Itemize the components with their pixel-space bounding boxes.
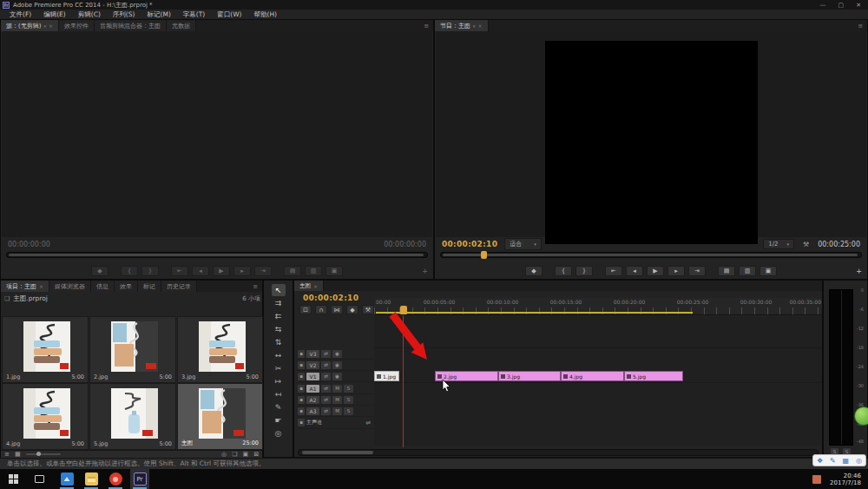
clip-2jpg[interactable]: 2.jpg [435,371,498,381]
taskbar-app-browser[interactable] [106,469,125,489]
mute-button[interactable]: M [332,385,342,393]
taskbar-app-premiere[interactable]: Pr [130,469,149,489]
program-playhead[interactable] [481,251,487,259]
mark-in-button[interactable]: { [121,266,138,276]
sync-lock-icon[interactable]: ⇄ [321,407,331,415]
project-item-2[interactable]: 2.jpg5:00 [89,316,176,383]
tool-track-select-forward[interactable]: ⇉ [272,297,286,309]
find-button[interactable]: ◎ [221,451,227,458]
list-view-button[interactable]: ≡ [4,451,10,458]
sync-lock-icon[interactable]: ⇄ [321,373,331,380]
tab-effects[interactable]: 效果 [115,281,138,292]
zoom-level-select[interactable]: 1/2 ▾ [763,239,794,249]
tab-markers[interactable]: 标记 [138,281,161,292]
chevron-down-icon[interactable]: ▾ [43,23,46,29]
overwrite-button[interactable]: ▥ [305,266,322,276]
ime-icon-2[interactable]: ✎ [830,457,836,465]
taskbar-app-photos[interactable] [57,469,76,489]
tab-media-browser[interactable]: 媒体浏览器 [49,281,91,292]
tab-project[interactable]: 项目：主图 × [1,281,49,292]
sync-lock-icon[interactable]: ⇄ [321,385,331,393]
eye-icon[interactable]: ◉ [332,350,342,358]
menu-edit[interactable]: 编辑(E) [37,10,72,19]
lock-icon[interactable]: ▪ [298,407,305,415]
export-frame-button[interactable]: ▣ [760,266,777,276]
tool-slide[interactable]: ↤ [272,388,286,400]
tab-history[interactable]: 历史记录 [161,281,197,292]
close-icon[interactable]: × [39,283,43,289]
sync-lock-icon[interactable]: ⇄ [321,361,331,369]
source-scrub-bar[interactable] [6,252,428,258]
panel-menu-icon[interactable]: ≡ [248,281,262,292]
track-name-a1[interactable]: A1 [306,385,319,393]
go-to-out-button[interactable]: ⇥ [254,266,272,276]
mute-button[interactable]: M [332,396,342,404]
tab-effect-controls[interactable]: 效果控件 [59,20,95,31]
ime-icon-4[interactable]: ◎ [856,457,862,465]
tool-pen[interactable]: ✎ [272,401,286,413]
lock-icon[interactable]: ▪ [298,350,305,358]
sync-lock-icon[interactable]: ⇄ [321,396,331,404]
button-editor-plus[interactable]: + [856,268,862,275]
mark-in-button[interactable]: { [555,266,572,276]
tool-track-select-backward[interactable]: ⇇ [272,310,286,322]
menu-window[interactable]: 窗口(W) [211,10,247,19]
solo-button[interactable]: S [344,385,353,393]
tab-program[interactable]: 节目：主图 ▾ × [435,20,489,31]
ime-icon-1[interactable]: ❖ [817,457,823,465]
tool-rate-stretch[interactable]: ↔ [272,349,286,361]
eye-icon[interactable]: ◉ [332,373,342,380]
program-timecode[interactable]: 00:00:02:10 [442,240,497,248]
lock-icon[interactable]: ▪ [298,385,305,393]
track-name-v3[interactable]: V3 [306,350,319,358]
timeline-settings-wrench-icon[interactable]: ⚒ [362,305,374,314]
mark-out-button[interactable]: } [575,266,593,276]
lock-icon[interactable]: ▪ [298,396,305,404]
linked-selection-button[interactable]: ⋈ [331,305,343,314]
timeline-playhead-marker[interactable] [400,306,407,314]
tool-razor[interactable]: ✂ [272,362,286,374]
clip-3jpg[interactable]: 3.jpg [498,371,561,381]
new-item-button[interactable]: ▣ [243,451,249,458]
lock-icon[interactable]: ▪ [298,373,305,380]
project-item-4[interactable]: 4.jpg5:00 [2,383,89,450]
new-bin-button[interactable]: ❏ [232,451,237,458]
tool-slip[interactable]: ↦ [272,375,286,387]
fit-select[interactable]: 适合 ▾ [504,238,542,250]
task-view-button[interactable] [30,469,49,489]
project-item-3[interactable]: 3.jpg5:00 [177,316,263,383]
lock-icon[interactable]: ▪ [298,419,305,426]
track-name-a3[interactable]: A3 [306,407,319,415]
button-editor-plus[interactable]: + [422,268,428,275]
project-item-1[interactable]: 1.jpg5:00 [2,316,89,383]
minimize-button[interactable]: — [820,2,826,9]
tool-selection[interactable]: ↖ [272,284,286,296]
tab-info[interactable]: 信息 [91,281,115,292]
work-area-bar[interactable] [376,312,693,314]
tool-hand[interactable]: ☛ [272,414,286,426]
add-marker-button[interactable]: ◆ [91,266,108,276]
solo-button[interactable]: S [344,396,353,404]
icon-view-button[interactable]: ▦ [15,451,21,458]
insert-button[interactable]: ▤ [284,266,301,276]
tool-zoom[interactable]: ◎ [272,427,286,439]
close-icon[interactable]: × [49,23,53,29]
tray-icon[interactable] [812,475,821,484]
play-button[interactable]: ▶ [213,266,230,276]
extract-button[interactable]: ▥ [739,266,756,276]
clock[interactable]: 20:46 2017/7/18 [830,472,868,486]
panel-menu-icon[interactable]: ≡ [419,20,433,31]
project-item-5[interactable]: 5.jpg5:00 [89,383,176,450]
trash-button[interactable]: ⊠ [253,451,259,458]
clip-4jpg[interactable]: 4.jpg [561,371,624,381]
go-to-in-button[interactable]: ⇤ [605,266,622,276]
program-scrub-bar[interactable] [440,252,862,258]
ime-icon-3[interactable]: ▦ [843,457,850,465]
settings-wrench-icon[interactable]: ⚒ [803,241,809,248]
close-button[interactable]: ✕ [856,2,861,9]
clip-5jpg[interactable]: 5.jpg [624,371,683,381]
menu-sequence[interactable]: 序列(S) [107,10,141,19]
step-forward-button[interactable]: ▸ [667,266,685,276]
tab-sequence[interactable]: 主图 × [294,281,324,291]
tool-rolling-edit[interactable]: ⇅ [272,336,286,348]
